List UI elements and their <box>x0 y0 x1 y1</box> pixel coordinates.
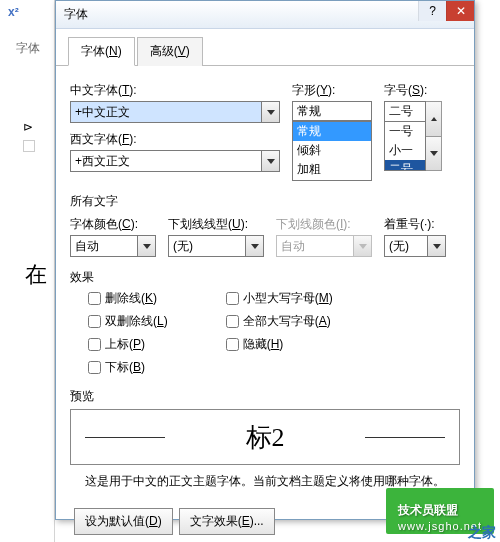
western-font-combo[interactable]: +西文正文 <box>70 150 280 172</box>
chinese-font-label: 中文字体(T): <box>70 82 280 99</box>
dropdown-icon[interactable] <box>262 150 280 172</box>
list-item[interactable]: 二号 <box>385 160 425 171</box>
chinese-font-combo[interactable]: +中文正文 <box>70 101 280 123</box>
scroll-up-icon[interactable] <box>426 101 442 136</box>
preview-label: 预览 <box>70 388 460 405</box>
dropdown-icon[interactable] <box>138 235 156 257</box>
font-size-list[interactable]: 一号 小一 二号 <box>384 121 426 171</box>
double-strike-checkbox[interactable]: 双删除线(L) <box>88 313 168 330</box>
strike-checkbox[interactable]: 删除线(K) <box>88 290 168 307</box>
western-font-label: 西文字体(F): <box>70 131 280 148</box>
font-size-input[interactable]: 二号 <box>384 101 426 121</box>
font-style-label: 字形(Y): <box>292 82 372 99</box>
font-style-input[interactable]: 常规 <box>292 101 372 121</box>
dropdown-icon[interactable] <box>246 235 264 257</box>
preview-box: 标2 <box>70 409 460 465</box>
allcaps-checkbox[interactable]: 全部大写字母(A) <box>226 313 333 330</box>
font-size-label: 字号(S): <box>384 82 448 99</box>
list-item[interactable]: 一号 <box>385 122 425 141</box>
text-effects-button[interactable]: 文字效果(E)... <box>179 508 275 535</box>
preview-text: 标2 <box>246 420 285 455</box>
emphasis-label: 着重号(·): <box>384 216 446 233</box>
list-item[interactable]: 常规 <box>293 122 371 141</box>
hidden-checkbox[interactable]: 隐藏(H) <box>226 336 333 353</box>
close-button[interactable]: ✕ <box>446 1 474 21</box>
preview-line <box>365 437 445 438</box>
list-item[interactable]: 加粗 <box>293 160 371 179</box>
help-button[interactable]: ? <box>418 1 446 21</box>
font-color-combo[interactable]: 自动 <box>70 235 156 257</box>
tab-font[interactable]: 字体(N) <box>68 37 135 66</box>
set-default-button[interactable]: 设为默认值(D) <box>74 508 173 535</box>
dialog-title: 字体 <box>64 6 88 23</box>
superscript-tool[interactable]: x² <box>8 5 19 19</box>
watermark-corner: 之家 <box>468 524 496 542</box>
dropdown-icon[interactable] <box>428 235 446 257</box>
ribbon-font-label: 字体 <box>16 40 40 57</box>
underline-style-label: 下划线线型(U): <box>168 216 264 233</box>
list-item[interactable]: 倾斜 <box>293 141 371 160</box>
paragraph-mark <box>23 140 35 152</box>
dropdown-icon[interactable] <box>262 101 280 123</box>
underline-color-label: 下划线颜色(I): <box>276 216 372 233</box>
font-style-list[interactable]: 常规 倾斜 加粗 <box>292 121 372 181</box>
titlebar[interactable]: 字体 ? ✕ <box>56 1 474 29</box>
smallcaps-checkbox[interactable]: 小型大写字母(M) <box>226 290 333 307</box>
dropdown-icon <box>354 235 372 257</box>
font-dialog: 字体 ? ✕ 字体(N) 高级(V) 中文字体(T): +中文正文 西文字体(F… <box>55 0 475 520</box>
subscript-checkbox[interactable]: 下标(B) <box>88 359 168 376</box>
list-item[interactable]: 小一 <box>385 141 425 160</box>
font-color-label: 字体颜色(C): <box>70 216 156 233</box>
underline-style-combo[interactable]: (无) <box>168 235 264 257</box>
emphasis-combo[interactable]: (无) <box>384 235 446 257</box>
scroll-down-icon[interactable] <box>426 136 442 172</box>
document-text: 在 <box>25 260 47 290</box>
superscript-checkbox[interactable]: 上标(P) <box>88 336 168 353</box>
all-text-label: 所有文字 <box>70 193 460 210</box>
doc-margin-marker: ⊳ <box>23 120 33 134</box>
preview-line <box>85 437 165 438</box>
underline-color-combo: 自动 <box>276 235 372 257</box>
effects-label: 效果 <box>70 269 460 286</box>
tab-advanced[interactable]: 高级(V) <box>137 37 203 66</box>
